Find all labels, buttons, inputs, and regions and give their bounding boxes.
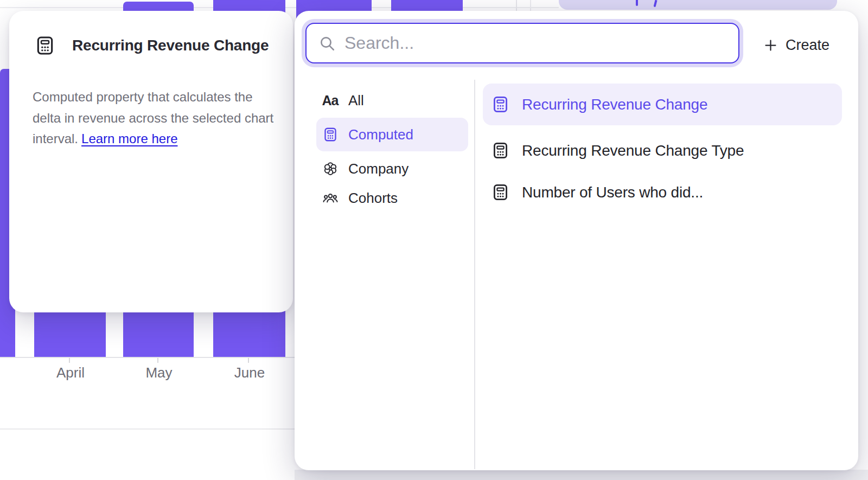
axis-tick [69, 358, 70, 363]
tooltip-title: Recurring Revenue Change [72, 37, 269, 54]
property-type-filter-list: Aa All Computed Company [316, 88, 468, 215]
axis-tick [157, 358, 158, 363]
text-format-icon: Aa [322, 93, 339, 108]
plus-icon [763, 38, 778, 53]
filter-item-cohorts[interactable]: Cohorts [316, 186, 468, 210]
text-fragment [636, 0, 638, 6]
page-background-strip [295, 470, 868, 480]
highlighted-control-fragment [559, 0, 837, 10]
create-button[interactable]: Create [760, 34, 833, 56]
learn-more-link[interactable]: Learn more here [81, 131, 177, 146]
filter-item-company[interactable]: Company [316, 157, 468, 181]
axis-label-june: June [212, 364, 288, 381]
search-box[interactable] [305, 23, 739, 63]
calculator-icon [491, 141, 510, 160]
filter-item-label: Cohorts [348, 190, 398, 207]
result-item-recurring-revenue-change-type[interactable]: Recurring Revenue Change Type [483, 130, 842, 171]
result-item-label: Recurring Revenue Change Type [522, 142, 744, 159]
result-item-recurring-revenue-change[interactable]: Recurring Revenue Change [483, 84, 842, 125]
create-button-label: Create [786, 37, 829, 54]
app-screen: April May June Recurring Revenue Change … [0, 0, 868, 480]
filter-item-label: Computed [348, 126, 413, 143]
search-icon [318, 35, 336, 52]
property-result-list: Recurring Revenue Change Recurring Reven… [483, 84, 842, 213]
calculator-icon [491, 183, 510, 202]
property-picker-modal: Create Aa All Computed [295, 11, 858, 470]
calculator-icon [34, 35, 56, 56]
axis-tick [248, 358, 249, 363]
text-fragment [653, 0, 657, 7]
cohorts-icon [322, 190, 339, 206]
chart-x-axis [0, 357, 295, 358]
axis-label-may: May [121, 364, 197, 381]
result-item-number-of-users[interactable]: Number of Users who did... [483, 171, 842, 213]
calculator-icon [491, 95, 510, 114]
tooltip-header: Recurring Revenue Change [34, 35, 269, 56]
result-item-label: Number of Users who did... [522, 184, 703, 201]
filter-item-computed[interactable]: Computed [316, 118, 468, 151]
filter-item-label: Company [348, 161, 409, 177]
axis-label-april: April [33, 364, 108, 381]
company-icon [322, 161, 339, 177]
property-tooltip-card: Recurring Revenue Change Computed proper… [9, 11, 293, 312]
calculator-icon [322, 126, 339, 143]
chart-bottom-border [0, 428, 295, 430]
column-divider [474, 80, 475, 469]
search-input[interactable] [344, 33, 738, 53]
filter-item-label: All [348, 92, 364, 109]
panel-right-border-2 [530, 0, 531, 11]
tooltip-description: Computed property that calculates the de… [33, 87, 283, 150]
result-item-label: Recurring Revenue Change [522, 96, 707, 113]
filter-item-all[interactable]: Aa All [316, 88, 468, 112]
